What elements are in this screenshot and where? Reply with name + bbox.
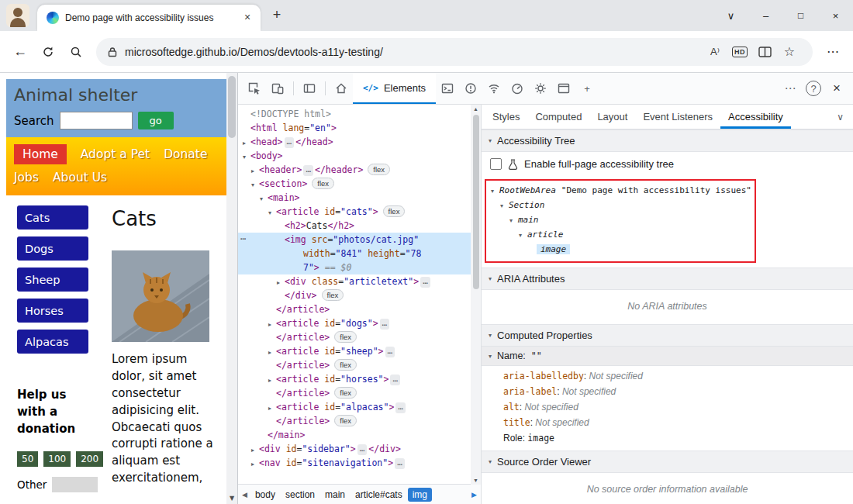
- collapse-arrow-icon[interactable]: ▾: [500, 198, 509, 213]
- tree-line[interactable]: …<img src="photos/cat.jpg": [238, 233, 481, 247]
- sidebar-tabs-chevron-icon[interactable]: ∨: [837, 112, 853, 123]
- tree-line[interactable]: ▸<head>…</head>: [238, 135, 481, 149]
- elements-scrollbar-thumb[interactable]: [473, 115, 479, 289]
- category-button-alpacas[interactable]: Alpacas: [17, 330, 88, 354]
- inline-expand-icon[interactable]: …: [285, 137, 295, 148]
- home-button[interactable]: [330, 77, 353, 100]
- browser-tab[interactable]: Demo page with accessibility issues ×: [37, 5, 261, 31]
- tree-line[interactable]: </article>flex: [238, 330, 481, 344]
- ax-tree-node[interactable]: image: [489, 242, 853, 257]
- flex-badge[interactable]: flex: [334, 415, 357, 426]
- go-button[interactable]: go: [138, 112, 174, 129]
- elements-panel-tab[interactable]: </> Elements: [353, 73, 436, 104]
- network-button[interactable]: [482, 77, 506, 100]
- focus-mode-button[interactable]: [298, 77, 321, 100]
- breadcrumb-item-body[interactable]: body: [250, 488, 280, 502]
- tab-search-chevron-icon[interactable]: ∨: [713, 0, 748, 31]
- application-button[interactable]: [552, 77, 575, 100]
- close-window-button[interactable]: ×: [818, 0, 853, 31]
- flex-badge[interactable]: flex: [322, 289, 344, 301]
- tree-line[interactable]: </div>flex: [238, 288, 481, 302]
- breadcrumb-item-article-cats[interactable]: article#cats: [351, 488, 407, 502]
- nav-item-jobs[interactable]: Jobs: [14, 171, 39, 185]
- tree-line[interactable]: ▸<header>…</header>flex: [238, 163, 481, 177]
- search-button[interactable]: [62, 39, 90, 65]
- nav-item-home[interactable]: Home: [14, 144, 67, 164]
- enable-a11y-tree-checkbox[interactable]: [490, 158, 502, 170]
- category-button-cats[interactable]: Cats: [17, 205, 88, 230]
- devtools-help-button[interactable]: ?: [802, 77, 825, 100]
- node-menu-icon[interactable]: …: [240, 230, 247, 243]
- inspect-button[interactable]: [243, 77, 266, 100]
- profile-avatar[interactable]: [6, 4, 29, 27]
- tree-line[interactable]: <html lang="en">: [238, 121, 481, 135]
- nav-item-adopt-a-pet[interactable]: Adopt a Pet: [81, 147, 150, 161]
- device-emulation-button[interactable]: [266, 77, 289, 100]
- donation-amount-button[interactable]: 100: [43, 451, 71, 467]
- inline-expand-icon[interactable]: …: [303, 165, 313, 176]
- collapse-arrow-icon[interactable]: ▾: [491, 184, 499, 198]
- url-bar[interactable]: microsoftedge.github.io/Demos/devtools-a…: [96, 38, 813, 66]
- nav-item-donate[interactable]: Donate: [164, 147, 207, 161]
- tree-line[interactable]: </article>flex: [238, 358, 481, 372]
- tree-line[interactable]: ▸<article id="horses">…: [238, 372, 481, 386]
- tree-line[interactable]: width="841" height="78: [238, 247, 481, 261]
- page-scrollbar-thumb[interactable]: [228, 76, 236, 138]
- maximize-button[interactable]: □: [783, 0, 818, 31]
- elements-scroll-up-icon[interactable]: ▲: [471, 106, 481, 112]
- breadcrumb-item-img[interactable]: img: [408, 488, 432, 502]
- tree-line[interactable]: ▸<article id="sheep">…: [238, 344, 481, 358]
- tree-line[interactable]: 7"> == $0: [238, 261, 481, 274]
- flex-badge[interactable]: flex: [334, 331, 357, 343]
- category-button-horses[interactable]: Horses: [17, 299, 88, 323]
- tree-line[interactable]: </article>flex: [238, 414, 481, 428]
- breadcrumb-item-main[interactable]: main: [320, 488, 350, 502]
- tab-computed[interactable]: Computed: [527, 105, 589, 129]
- flex-badge[interactable]: flex: [334, 387, 357, 399]
- tree-line[interactable]: </article>: [238, 302, 481, 316]
- tree-line[interactable]: ▾<body>: [238, 149, 481, 163]
- devtools-more-menu-icon[interactable]: ⋯: [779, 77, 802, 100]
- donation-amount-button[interactable]: 50: [17, 451, 38, 467]
- inline-expand-icon[interactable]: …: [420, 277, 430, 288]
- minimize-button[interactable]: –: [748, 0, 783, 31]
- tree-line[interactable]: </article>flex: [238, 386, 481, 400]
- tree-line[interactable]: ▸<nav id="sitenavigation">…: [238, 456, 481, 470]
- tab-close-icon[interactable]: ×: [240, 11, 254, 25]
- tree-line[interactable]: ▾<main>: [238, 191, 481, 205]
- page-scroll-down-icon[interactable]: ▼: [226, 495, 237, 502]
- tree-line[interactable]: ▸<article id="alpacas">…: [238, 400, 481, 414]
- read-aloud-button[interactable]: A⁾: [703, 40, 727, 64]
- category-button-dogs[interactable]: Dogs: [17, 236, 88, 261]
- tree-line[interactable]: ▸<div class="articletext">…: [238, 274, 481, 288]
- tab-accessibility[interactable]: Accessibility: [720, 105, 791, 129]
- expand-arrow-icon[interactable]: ▸: [251, 457, 259, 471]
- name-property-row[interactable]: ▾ Name: "": [482, 347, 853, 366]
- elements-scroll-down-icon[interactable]: ▼: [471, 478, 481, 483]
- refresh-button[interactable]: [34, 39, 62, 65]
- split-screen-button[interactable]: [752, 40, 777, 64]
- aria-attributes-section-header[interactable]: ▾ ARIA Attributes: [482, 268, 853, 290]
- tab-styles[interactable]: Styles: [485, 105, 527, 129]
- flex-badge[interactable]: flex: [383, 205, 406, 217]
- inline-expand-icon[interactable]: …: [385, 347, 395, 357]
- breadcrumb-left-arrow-icon[interactable]: ◀: [240, 491, 250, 499]
- tab-event-listeners[interactable]: Event Listeners: [635, 105, 720, 129]
- inline-expand-icon[interactable]: …: [390, 375, 400, 385]
- inline-expand-icon[interactable]: …: [357, 444, 368, 455]
- flex-badge[interactable]: flex: [368, 164, 390, 175]
- collapse-arrow-icon[interactable]: ▾: [519, 228, 527, 243]
- console-button[interactable]: [436, 77, 459, 100]
- page-search-input[interactable]: [60, 112, 133, 129]
- tree-line[interactable]: <h2>Cats</h2>: [238, 219, 481, 233]
- computed-properties-section-header[interactable]: ▾ Computed Properties: [482, 324, 853, 347]
- accessibility-tree-section-header[interactable]: ▾ Accessibility Tree: [482, 129, 853, 152]
- tab-layout[interactable]: Layout: [589, 105, 635, 129]
- ax-tree-node[interactable]: ▾RootWebArea"Demo page with accessibilit…: [489, 183, 853, 198]
- favorites-star-icon[interactable]: ☆: [777, 40, 802, 64]
- tree-line[interactable]: </main>: [238, 428, 481, 442]
- ax-tree-node[interactable]: ▾main: [489, 212, 853, 227]
- other-amount-input[interactable]: [52, 477, 98, 492]
- enhance-images-button[interactable]: HD: [727, 40, 752, 64]
- issues-button[interactable]: [459, 77, 482, 100]
